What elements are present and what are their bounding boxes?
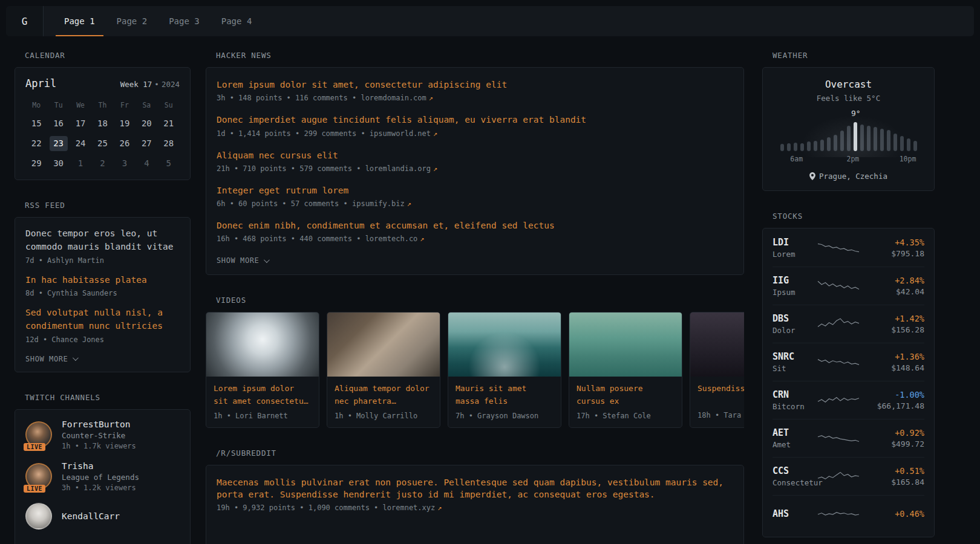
stock-row[interactable]: AHS +0.46% [773, 495, 924, 533]
weather-condition: Overcast [774, 79, 923, 90]
channel-game: League of Legends [62, 473, 139, 482]
twitch-widget: LIVE ForrestBurton Counter-Strike 1h • 1… [15, 409, 191, 544]
calendar-day-next-month: 2 [93, 156, 111, 171]
app-logo[interactable]: G [6, 6, 44, 36]
tab-page-1[interactable]: Page 1 [56, 6, 103, 36]
stock-row[interactable]: SNRC Sit +1.36% $148.64 [773, 343, 924, 381]
subreddit-section-title: /R/SUBREDDIT [216, 448, 744, 458]
video-meta: 7h • Grayson Dawson [456, 412, 554, 420]
channel-meta: 1h • 1.7k viewers [62, 442, 136, 450]
stock-name: Lorem [773, 250, 811, 259]
external-link-icon[interactable]: ↗ [429, 94, 433, 102]
stock-name: Ipsum [773, 288, 811, 297]
video-card[interactable]: Aliquam tempor dolor nec pharetra… 1h • … [327, 312, 440, 427]
stock-row[interactable]: CCS Consectetur +0.51% $165.84 [773, 457, 924, 495]
reddit-post-meta-text: 19h • 9,932 points • 1,090 comments • lo… [217, 504, 435, 512]
rss-item-title[interactable]: In hac habitasse platea [25, 274, 180, 287]
video-title: Mauris sit amet massa felis [456, 383, 554, 407]
stock-change: +4.35% [866, 238, 924, 247]
stock-values: +4.35% $795.18 [866, 238, 924, 258]
stock-price: $499.72 [866, 439, 924, 448]
stock-name: Dolor [773, 326, 811, 335]
avatar [25, 503, 53, 529]
right-column: WEATHER Overcast Feels like 5°C 9° 6am 2… [762, 51, 935, 544]
stock-sparkline [817, 278, 860, 294]
weather-location: Prague, Czechia [774, 172, 923, 181]
video-card[interactable]: Nullam posuere cursus ex 17h • Stefan Co… [569, 312, 682, 427]
tab-page-2[interactable]: Page 2 [108, 6, 156, 36]
stock-values: +0.92% $499.72 [866, 428, 924, 448]
external-link-icon[interactable]: ↗ [437, 504, 442, 512]
video-meta: 1h • Lori Barnett [214, 412, 312, 420]
calendar-day: 30 [50, 156, 68, 171]
calendar-day: 27 [137, 136, 155, 151]
stock-ticker: SNRC [773, 351, 811, 362]
calendar-day-next-month: 4 [137, 156, 155, 171]
external-link-icon[interactable]: ↗ [420, 235, 424, 243]
video-thumbnail [569, 312, 682, 377]
stock-row[interactable]: DBS Dolor +1.42% $156.28 [773, 305, 924, 343]
tab-page-3[interactable]: Page 3 [160, 6, 208, 36]
subreddit-widget: Maecenas mollis pulvinar erat non posuer… [206, 465, 744, 544]
video-card[interactable]: Suspendisse diam 18h • Tara [690, 312, 744, 427]
hn-item-title[interactable]: Aliquam nec cursus elit [217, 149, 733, 161]
hn-show-more-button[interactable]: SHOW MORE [217, 256, 268, 265]
hn-item-meta-text: 16h • 468 points • 440 comments • loremt… [217, 235, 417, 243]
twitch-channel[interactable]: KendallCarr [25, 503, 180, 529]
weather-bar [880, 129, 884, 151]
weather-bar [907, 138, 910, 151]
tab-page-4[interactable]: Page 4 [213, 6, 261, 36]
rss-item: In hac habitasse platea 8d • Cynthia Sau… [25, 274, 180, 298]
external-link-icon[interactable]: ↗ [407, 199, 411, 208]
rss-item-title[interactable]: Donec tempor eros leo, ut commodo mauris… [25, 227, 180, 254]
channel-avatar-image [25, 503, 52, 529]
chevron-down-icon [73, 355, 79, 361]
twitch-channel[interactable]: LIVE Trisha League of Legends 3h • 1.2k … [25, 461, 180, 492]
hn-item-meta-text: 3h • 148 points • 116 comments • loremdo… [217, 94, 426, 102]
stocks-section: STOCKS LDI Lorem +4.35% $795.18 IIG [762, 212, 935, 537]
live-badge: LIVE [24, 443, 45, 451]
stock-ticker: CRN [773, 389, 811, 400]
calendar-day-header: Tu [47, 99, 69, 111]
stock-row[interactable]: IIG Ipsum +2.84% $42.04 [773, 267, 924, 305]
rss-show-more-button[interactable]: SHOW MORE [25, 355, 77, 363]
stock-sparkline [817, 316, 860, 332]
calendar-day: 20 [137, 116, 155, 131]
channel-name: ForrestBurton [62, 419, 136, 429]
hn-item-title[interactable]: Donec imperdiet augue tincidunt felis al… [217, 114, 733, 126]
hn-item-title[interactable]: Integer eget rutrum lorem [217, 184, 733, 196]
twitch-channel[interactable]: LIVE ForrestBurton Counter-Strike 1h • 1… [25, 419, 180, 450]
external-link-icon[interactable]: ↗ [433, 164, 437, 173]
weather-bars [774, 121, 923, 151]
stock-values: +0.51% $165.84 [866, 466, 924, 487]
stock-row[interactable]: LDI Lorem +4.35% $795.18 [773, 228, 924, 267]
weather-bar [780, 144, 784, 151]
stock-values: -1.00% $66,171.48 [866, 390, 924, 410]
video-thumbnail [206, 312, 319, 377]
reddit-post-title[interactable]: Maecenas mollis pulvinar erat non posuer… [217, 476, 733, 501]
hn-item-meta: 21h • 710 points • 579 comments • loreml… [217, 164, 733, 173]
hn-item-meta: 16h • 468 points • 440 comments • loremt… [217, 235, 733, 243]
stock-change: +1.36% [866, 352, 924, 361]
stock-row[interactable]: AET Amet +0.92% $499.72 [773, 419, 924, 457]
video-card[interactable]: Lorem ipsum dolor sit amet consectetu… 1… [206, 312, 319, 427]
weather-bar [887, 130, 890, 151]
hn-item-title[interactable]: Donec enim nibh, condimentum et accumsan… [217, 219, 733, 232]
video-card-body: Mauris sit amet massa felis 7h • Grayson… [448, 377, 561, 427]
rss-item-title[interactable]: Sed volutpat nulla nisl, a condimentum n… [25, 306, 180, 333]
weather-bar [900, 136, 904, 151]
stock-name: Amet [773, 440, 811, 449]
calendar-day: 28 [160, 136, 178, 151]
hn-item-title[interactable]: Lorem ipsum dolor sit amet, consectetur … [217, 79, 733, 91]
weather-bar [867, 126, 871, 151]
stock-name: Consectetur [773, 478, 811, 487]
weather-time-label: 10pm [900, 155, 916, 163]
stock-price: $795.18 [866, 249, 924, 258]
stocks-section-title: STOCKS [773, 212, 935, 221]
stock-change: +2.84% [866, 276, 924, 285]
video-card[interactable]: Mauris sit amet massa felis 7h • Grayson… [448, 312, 561, 427]
twitch-section: TWITCH CHANNELS LIVE ForrestBurton Count… [15, 393, 191, 544]
video-meta: 1h • Molly Carrillo [335, 412, 433, 420]
stock-row[interactable]: CRN Bitcorn -1.00% $66,171.48 [773, 381, 924, 419]
external-link-icon[interactable]: ↗ [433, 129, 437, 138]
